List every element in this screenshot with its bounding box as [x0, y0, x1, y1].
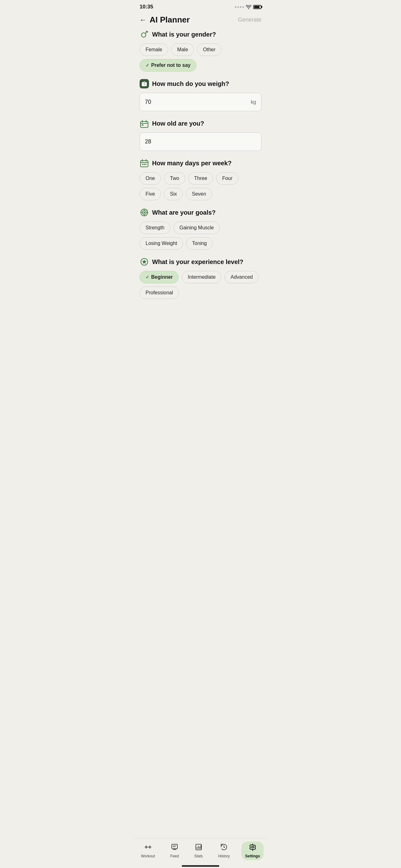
- day-six[interactable]: Six: [164, 188, 183, 200]
- status-time: 10:35: [140, 4, 153, 10]
- experience-advanced[interactable]: Advanced: [225, 271, 259, 283]
- svg-point-17: [142, 164, 143, 165]
- scroll-content: What is your gender? Female Male Other ✓…: [133, 30, 268, 838]
- goals-title: What are your goals?: [152, 209, 215, 216]
- svg-point-19: [145, 164, 146, 165]
- weight-unit: kg: [251, 99, 256, 105]
- svg-rect-12: [142, 124, 143, 126]
- weight-icon: [140, 79, 149, 88]
- day-three[interactable]: Three: [188, 172, 213, 185]
- workout-label: Workout: [141, 854, 155, 858]
- page-title: AI Planner: [149, 15, 190, 25]
- experience-icon: [140, 257, 149, 267]
- nav-history[interactable]: History: [214, 841, 233, 860]
- settings-label: Settings: [245, 854, 260, 858]
- check-icon: ✓: [145, 63, 149, 68]
- weight-title-row: How much do you weigh?: [140, 79, 261, 88]
- settings-icon: [249, 843, 257, 853]
- stats-icon: [195, 843, 202, 853]
- experience-section: What is your experience level? ✓ Beginne…: [140, 257, 261, 299]
- gender-female[interactable]: Female: [140, 43, 168, 56]
- experience-title-row: What is your experience level?: [140, 257, 261, 267]
- battery-icon: [253, 5, 261, 9]
- gender-prefer-not-to-say[interactable]: ✓ Prefer not to say: [140, 59, 196, 71]
- experience-beginner[interactable]: ✓ Beginner: [140, 271, 179, 283]
- age-value: 28: [145, 138, 151, 145]
- stats-label: Stats: [194, 854, 203, 858]
- goal-losing-weight[interactable]: Losing Weight: [140, 237, 183, 250]
- workout-icon: [144, 843, 152, 853]
- svg-point-6: [144, 82, 145, 83]
- gender-other[interactable]: Other: [197, 43, 222, 56]
- history-icon: [220, 843, 228, 853]
- experience-options: ✓ Beginner Intermediate Advanced Profess…: [140, 271, 261, 299]
- header: ← AI Planner Generate: [133, 12, 268, 30]
- days-options: One Two Three Four Five Six Seven: [140, 172, 261, 200]
- home-indicator-bar: [182, 865, 219, 867]
- nav-workout[interactable]: Workout: [137, 841, 159, 860]
- goals-title-row: What are your goals?: [140, 208, 261, 217]
- age-icon: [140, 119, 149, 128]
- age-section: How old are you? 28: [140, 119, 261, 151]
- svg-point-18: [144, 164, 145, 165]
- feed-label: Feed: [170, 854, 179, 858]
- days-icon: [140, 158, 149, 168]
- gender-icon: [140, 30, 149, 39]
- goals-icon: [140, 208, 149, 217]
- gender-title: What is your gender?: [152, 31, 216, 38]
- goal-toning[interactable]: Toning: [186, 237, 213, 250]
- day-two[interactable]: Two: [164, 172, 185, 185]
- svg-rect-8: [140, 122, 148, 127]
- age-input-row[interactable]: 28: [140, 132, 261, 151]
- days-section: How many days per week? One Two Three Fo…: [140, 158, 261, 200]
- svg-point-41: [252, 846, 254, 848]
- day-five[interactable]: Five: [140, 188, 161, 200]
- goal-strength[interactable]: Strength: [140, 221, 170, 234]
- experience-professional[interactable]: Professional: [140, 286, 179, 299]
- goal-gaining-muscle[interactable]: Gaining Muscle: [173, 221, 220, 234]
- svg-point-7: [144, 84, 145, 85]
- goals-section: What are your goals? Strength Gaining Mu…: [140, 208, 261, 250]
- history-label: History: [218, 854, 230, 858]
- gender-title-row: What is your gender?: [140, 30, 261, 39]
- gender-male[interactable]: Male: [171, 43, 194, 56]
- status-bar: 10:35: [133, 0, 268, 12]
- status-icons: [235, 5, 261, 9]
- day-one[interactable]: One: [140, 172, 161, 185]
- generate-button[interactable]: Generate: [238, 17, 261, 23]
- days-title-row: How many days per week?: [140, 158, 261, 168]
- days-title: How many days per week?: [152, 160, 232, 167]
- goals-options: Strength Gaining Muscle Losing Weight To…: [140, 221, 261, 250]
- svg-point-22: [144, 212, 145, 213]
- feed-icon: [171, 843, 178, 853]
- nav-feed[interactable]: Feed: [166, 841, 182, 860]
- weight-input-row[interactable]: 70 kg: [140, 93, 261, 111]
- weight-value: 70: [145, 99, 151, 105]
- age-title: How old are you?: [152, 120, 204, 127]
- bottom-nav: Workout Feed Stats: [133, 838, 268, 863]
- day-seven[interactable]: Seven: [186, 188, 212, 200]
- check-icon: ✓: [145, 275, 149, 280]
- wifi-icon: [246, 5, 252, 9]
- back-button[interactable]: ←: [140, 16, 146, 24]
- experience-intermediate[interactable]: Intermediate: [182, 271, 222, 283]
- gender-section: What is your gender? Female Male Other ✓…: [140, 30, 261, 71]
- nav-settings[interactable]: Settings: [241, 841, 264, 860]
- age-title-row: How old are you?: [140, 119, 261, 128]
- day-four[interactable]: Four: [216, 172, 238, 185]
- home-indicator: [133, 863, 268, 868]
- svg-rect-29: [172, 844, 177, 849]
- header-left: ← AI Planner: [140, 15, 190, 25]
- nav-stats[interactable]: Stats: [191, 841, 206, 860]
- experience-title: What is your experience level?: [152, 258, 243, 266]
- gender-options: Female Male Other ✓ Prefer not to say: [140, 43, 261, 71]
- signal-icon: [235, 6, 244, 8]
- weight-section: How much do you weigh? 70 kg: [140, 79, 261, 111]
- weight-title: How much do you weigh?: [152, 80, 229, 88]
